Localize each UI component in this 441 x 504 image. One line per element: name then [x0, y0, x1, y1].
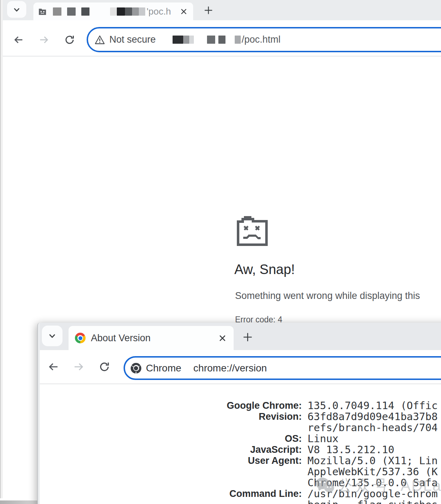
crash-favicon-icon — [38, 8, 47, 15]
chevron-down-icon — [48, 331, 57, 341]
tab-about-version[interactable]: About Version — [69, 326, 234, 350]
redacted-url-block — [235, 36, 241, 44]
window-frame-edge — [37, 323, 40, 504]
version-row-value: V8 13.5.212.10 — [307, 444, 394, 455]
site-chip-label: Chrome — [146, 363, 181, 374]
version-row-label: Revision: — [40, 411, 302, 422]
version-row: Google Chrome:135.0.7049.114 (Offic — [40, 400, 441, 411]
reload-icon — [64, 34, 75, 45]
version-row: Revision:63fd8a7d9d09e41ba37b8refs/branc… — [40, 411, 441, 433]
version-row-value: 63fd8a7d9d09e41ba37b8refs/branch-heads/7… — [307, 411, 438, 433]
window-frame-edge — [0, 0, 3, 498]
browser-toolbar: Chrome chrome://version — [37, 350, 441, 384]
redacted-url-block — [207, 36, 225, 44]
error-title: Aw, Snap! — [234, 262, 295, 277]
forward-button[interactable] — [72, 360, 85, 373]
forward-icon — [73, 361, 85, 373]
tab-poc-html[interactable]: 'poc.h — [33, 2, 193, 20]
reload-icon — [98, 361, 110, 373]
tab-strip: 'poc.h — [0, 0, 441, 20]
redacted-url-block — [173, 36, 194, 44]
reload-button[interactable] — [98, 360, 111, 373]
version-row: User Agent:Mozilla/5.0 (X11; LinAppleWeb… — [40, 455, 441, 488]
version-row: JavaScript:V8 13.5.212.10 — [40, 444, 441, 455]
version-page: Google Chrome:135.0.7049.114 (OfficRevis… — [40, 384, 441, 504]
version-row-label: User Agent: — [40, 455, 302, 466]
redacted-text-block — [81, 7, 89, 16]
version-row: Command Line:/usr/bin/google-chrombegin … — [40, 488, 441, 504]
redacted-text-block — [67, 7, 76, 16]
new-tab-button[interactable] — [240, 331, 255, 343]
plus-icon — [242, 332, 253, 343]
address-bar[interactable]: Not secure /poc.html — [87, 27, 441, 52]
chrome-logo-icon — [75, 333, 86, 343]
version-row-label: Command Line: — [40, 488, 302, 499]
url-text: chrome://version — [194, 363, 267, 374]
tab-strip: About Version — [37, 323, 441, 350]
browser-window-bottom: About Version — [37, 323, 441, 504]
forward-button[interactable] — [38, 33, 50, 46]
security-chip-label[interactable]: Not secure — [109, 34, 156, 45]
address-bar[interactable]: Chrome chrome://version — [124, 356, 441, 380]
forward-icon — [38, 34, 50, 45]
version-row-label: Google Chrome: — [40, 400, 302, 411]
tab-title: About Version — [91, 333, 151, 344]
not-secure-icon — [94, 34, 105, 45]
version-row-label: OS: — [40, 433, 302, 444]
tab-title: 'poc.h — [147, 6, 171, 17]
desktop-background — [0, 500, 39, 504]
browser-toolbar: Not secure /poc.html — [0, 20, 441, 56]
close-tab-icon[interactable] — [180, 8, 187, 15]
reload-button[interactable] — [63, 33, 76, 46]
tab-search-button[interactable] — [7, 1, 26, 18]
back-button[interactable] — [12, 33, 25, 46]
new-tab-button[interactable] — [202, 5, 214, 16]
back-icon — [13, 34, 24, 45]
version-row-value: Mozilla/5.0 (X11; LinAppleWebKit/537.36 … — [307, 455, 438, 488]
version-row: OS:Linux — [40, 433, 441, 444]
version-row-value: 135.0.7049.114 (Offic — [307, 400, 438, 411]
redacted-text-block — [110, 7, 145, 16]
back-button[interactable] — [47, 360, 60, 373]
version-info-table: Google Chrome:135.0.7049.114 (OfficRevis… — [40, 400, 441, 504]
version-row-label: JavaScript: — [40, 444, 302, 455]
back-icon — [47, 361, 59, 373]
close-tab-icon[interactable] — [218, 334, 227, 342]
version-row-value: Linux — [307, 433, 338, 444]
error-message: Something went wrong while displaying th… — [235, 290, 420, 301]
chevron-down-icon — [12, 5, 21, 14]
chrome-logo-mono-icon — [131, 363, 141, 374]
crash-icon — [235, 216, 270, 246]
tab-search-button[interactable] — [42, 326, 62, 346]
url-text: /poc.html — [242, 34, 281, 45]
version-row-value: /usr/bin/google-chrombegin --flag-switch… — [307, 488, 438, 504]
plus-icon — [203, 5, 213, 15]
redacted-text-block — [53, 7, 61, 16]
